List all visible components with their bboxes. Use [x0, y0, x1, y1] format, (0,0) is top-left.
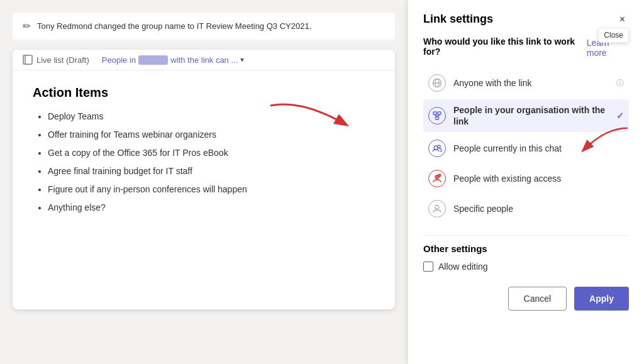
- svg-point-14: [434, 146, 438, 150]
- list-item: Deploy Teams: [48, 110, 375, 123]
- option-anyone[interactable]: Anyone with the link ⓘ: [423, 69, 629, 97]
- doc-body: Action Items Deploy Teams Offer training…: [13, 70, 395, 309]
- doc-header: Live list (Draft) People in with the lin…: [13, 50, 395, 70]
- apply-button[interactable]: Apply: [574, 287, 629, 311]
- pencil-icon: ✏: [23, 20, 31, 32]
- allow-editing-row: Allow editing: [423, 262, 629, 272]
- chevron-down-icon: ▾: [240, 55, 244, 64]
- options-list: Anyone with the link ⓘ People in your or…: [423, 69, 629, 223]
- doc-title: Action Items: [33, 85, 375, 100]
- option-org-label: People in your organisation with the lin…: [453, 104, 609, 127]
- doc-tab[interactable]: Live list (Draft): [23, 55, 89, 65]
- option-specific-label: Specific people: [453, 203, 624, 214]
- activity-message: Tony Redmond changed the group name to I…: [37, 21, 311, 31]
- list-item: Offer training for Teams webinar organiz…: [48, 128, 375, 141]
- doc-list: Deploy Teams Offer training for Teams we…: [33, 110, 375, 214]
- doc-sharing[interactable]: People in with the link can ... ▾: [102, 55, 245, 65]
- option-org[interactable]: People in your organisation with the lin…: [423, 99, 629, 132]
- document-card: Live list (Draft) People in with the lin…: [13, 50, 395, 309]
- list-item: Agree final training budget for IT staff: [48, 165, 375, 178]
- option-specific[interactable]: Specific people: [423, 195, 629, 223]
- option-access-label: People with existing access: [453, 173, 624, 184]
- sharing-prefix: People in: [102, 55, 136, 65]
- divider: [423, 235, 629, 236]
- option-chat[interactable]: People currently in this chat: [423, 135, 629, 162]
- svg-rect-9: [436, 117, 439, 119]
- other-settings-title: Other settings: [423, 243, 629, 254]
- option-org-check: ✓: [616, 111, 624, 121]
- panel-subtitle: Who would you like this link to work for…: [423, 36, 584, 57]
- list-item: Figure out if any in-person conferences …: [48, 183, 375, 196]
- svg-point-21: [435, 206, 439, 209]
- activity-bar: ✏ Tony Redmond changed the group name to…: [13, 13, 395, 40]
- access-icon: [428, 170, 446, 187]
- org-icon: [428, 107, 446, 124]
- panel-header: Link settings × Close: [423, 13, 629, 26]
- list-item: Anything else?: [48, 201, 375, 214]
- svg-point-15: [438, 145, 440, 148]
- link-settings-panel: Link settings × Close Who would you like…: [408, 0, 644, 364]
- doc-tab-icon: [23, 55, 33, 65]
- option-chat-label: People currently in this chat: [453, 143, 624, 154]
- sharing-blurred: [138, 55, 168, 65]
- info-icon: ⓘ: [616, 78, 624, 89]
- allow-editing-checkbox[interactable]: [423, 262, 433, 272]
- svg-rect-7: [433, 112, 436, 114]
- option-anyone-label: Anyone with the link: [453, 77, 609, 89]
- svg-rect-1: [25, 55, 32, 64]
- doc-tab-label: Live list (Draft): [36, 55, 89, 65]
- chat-icon: [428, 140, 446, 157]
- button-row: Cancel Apply: [423, 287, 629, 311]
- main-area: ✏ Tony Redmond changed the group name to…: [0, 0, 408, 364]
- option-access[interactable]: People with existing access: [423, 165, 629, 192]
- panel-title: Link settings: [423, 13, 493, 26]
- allow-editing-label: Allow editing: [438, 262, 488, 272]
- close-tooltip: Close: [598, 28, 629, 43]
- close-button[interactable]: ×: [616, 13, 629, 26]
- svg-rect-8: [438, 112, 441, 114]
- sharing-suffix: with the link can ...: [170, 55, 238, 65]
- svg-point-17: [436, 176, 438, 178]
- specific-people-icon: [428, 200, 446, 218]
- globe-icon: [428, 74, 446, 92]
- cancel-button[interactable]: Cancel: [508, 287, 567, 311]
- list-item: Get a copy of the Office 365 for IT Pros…: [48, 146, 375, 160]
